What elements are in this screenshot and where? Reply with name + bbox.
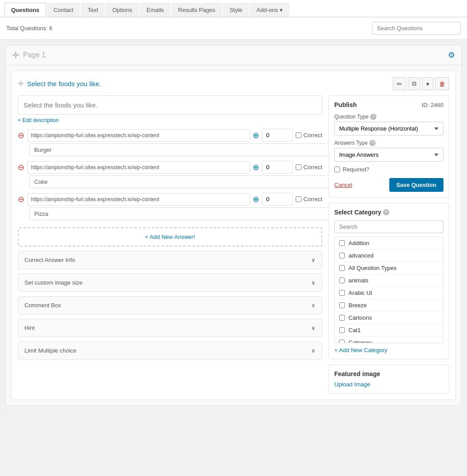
copy-button[interactable]: ⧉ [408,77,420,90]
answers-type-select[interactable]: Image Answers Text Answers Button Answer… [334,148,443,162]
correct-checkbox[interactable] [296,196,301,202]
featured-image-title: Featured image [334,370,443,377]
help-icon[interactable]: ? [369,140,376,146]
category-checkbox[interactable] [339,315,345,321]
answer-row: ⊖ ⊕ Correct [18,193,322,220]
add-image-button[interactable]: ⊕ [253,194,259,204]
publish-header: Publish ID: 2460 [334,101,443,108]
custom-image-size-section: Set custom image size ∨ [18,274,322,292]
answer-url-input[interactable] [27,129,250,142]
question-title-text: Select the foods you like. [27,80,101,87]
question-type-label: Question Type ? [334,114,443,120]
chevron-down-icon: ∨ [311,325,316,331]
tab-contact[interactable]: Contact [47,3,80,17]
comment-box-header[interactable]: Comment Box ∨ [18,297,322,314]
question-text-input[interactable] [18,95,322,115]
answer-label-input[interactable] [29,143,334,156]
comment-box-section: Comment Box ∨ [18,296,322,314]
category-checkbox[interactable] [339,340,345,343]
edit-button[interactable]: ✏ [393,77,406,90]
required-checkbox[interactable] [334,167,340,172]
score-input[interactable] [262,129,293,142]
list-item: Category [335,337,443,343]
score-input[interactable] [262,161,293,174]
remove-answer-button[interactable]: ⊖ [18,163,24,171]
question-card: ✛ Select the foods you like. ✏ ⧉ ▾ 🗑 + E… [11,71,456,400]
tab-text[interactable]: Text [81,3,105,17]
chevron-down-icon: ▾ [280,7,283,13]
hint-header[interactable]: Hint ∨ [18,319,322,337]
help-icon[interactable]: ? [383,209,389,215]
category-checkbox[interactable] [339,327,345,333]
edit-description-link[interactable]: + Edit description [18,117,322,123]
tab-results-pages[interactable]: Results Pages [171,3,222,17]
tab-style[interactable]: Style [223,3,249,17]
search-input[interactable] [372,22,461,35]
delete-button[interactable]: 🗑 [435,77,449,90]
right-panel: Publish ID: 2460 Question Type ? Multipl… [328,95,449,393]
hint-section: Hint ∨ [18,319,322,337]
answer-top-row: ⊖ ⊕ Correct [18,193,322,206]
plus-icon: ✛ [12,50,20,60]
answer-row: ⊖ ⊕ Correct [18,161,322,188]
cancel-link[interactable]: Cancel [334,182,352,188]
answer-top-row: ⊖ ⊕ Correct [18,161,322,174]
custom-image-size-header[interactable]: Set custom image size ∨ [18,274,322,291]
upload-image-link[interactable]: Upload Image [334,381,370,388]
add-image-button[interactable]: ⊕ [253,163,259,172]
limit-multiple-choice-section: Limit Multiple choice ∨ [18,341,322,360]
correct-label[interactable]: Correct [296,132,322,139]
save-question-button[interactable]: Save Question [389,178,443,192]
required-row: Required? [334,166,443,173]
correct-checkbox[interactable] [296,164,301,170]
category-checkbox[interactable] [339,253,345,258]
correct-answer-info-section: Correct Answer Info ∨ [18,251,322,269]
list-item: Arabic UI [335,287,443,299]
add-answer-button[interactable]: + Add New Answer! [18,227,322,246]
answers-type-label: Answers Type ? [334,140,443,146]
list-item: Breeze [335,299,443,312]
total-questions: Total Questions: 6 [6,25,52,32]
add-category-link[interactable]: + Add New Category [334,347,443,353]
tab-emails[interactable]: Emails [140,3,170,17]
answer-label-input[interactable] [29,207,334,220]
top-navigation: Questions Contact Text Options Emails Re… [0,0,467,17]
category-checkbox[interactable] [339,265,345,271]
list-item: Cartoons [335,312,443,324]
answer-label-input[interactable] [29,175,334,188]
score-input[interactable] [262,193,293,206]
add-image-button[interactable]: ⊕ [253,131,259,140]
correct-label[interactable]: Correct [296,164,322,171]
help-icon[interactable]: ? [370,114,376,120]
category-search-input[interactable] [334,220,443,233]
remove-answer-button[interactable]: ⊖ [18,131,24,139]
category-title: Select Category ? [334,209,443,216]
category-checkbox[interactable] [339,290,345,296]
category-checkbox[interactable] [339,302,345,308]
category-list: Addition advanced All Question Types [334,237,443,343]
question-type-select[interactable]: Multiple Response (Horizontal) Multiple … [334,122,443,135]
tab-options[interactable]: Options [106,3,139,17]
category-checkbox[interactable] [339,240,345,246]
limit-multiple-choice-header[interactable]: Limit Multiple choice ∨ [18,342,322,359]
answer-url-input[interactable] [27,193,250,206]
publish-box: Publish ID: 2460 Question Type ? Multipl… [328,95,449,198]
publish-title: Publish [334,101,357,108]
question-actions: ✏ ⧉ ▾ 🗑 [393,77,449,90]
remove-answer-button[interactable]: ⊖ [18,195,24,203]
list-item: Addition [335,237,443,250]
collapse-button[interactable]: ▾ [422,77,433,90]
required-label: Required? [343,166,369,173]
list-item: All Question Types [335,262,443,274]
correct-checkbox[interactable] [296,132,301,138]
publish-action-row: Cancel Save Question [334,178,443,192]
category-checkbox[interactable] [339,278,345,283]
answer-top-row: ⊖ ⊕ Correct [18,129,322,142]
tab-addons[interactable]: Add-ons ▾ [250,3,289,17]
correct-label[interactable]: Correct [296,196,322,202]
gear-icon[interactable]: ⚙ [448,50,455,60]
answer-url-input[interactable] [27,161,250,174]
chevron-down-icon: ∨ [311,279,316,286]
correct-answer-info-header[interactable]: Correct Answer Info ∨ [18,251,322,269]
tab-questions[interactable]: Questions [4,3,46,17]
